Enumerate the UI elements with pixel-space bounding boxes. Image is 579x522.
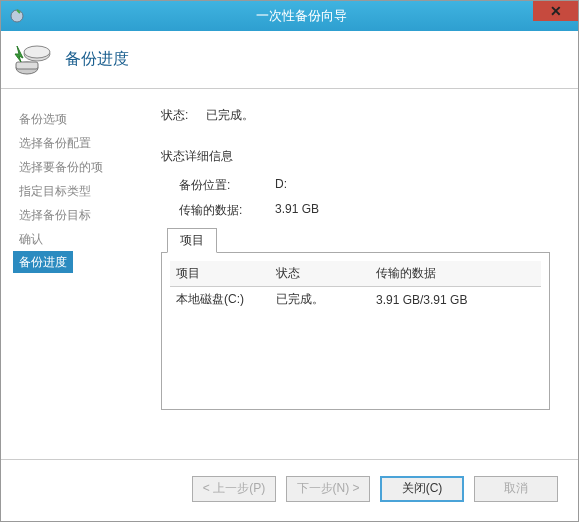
data-label: 传输的数据: [179, 202, 257, 219]
col-status: 状态 [270, 261, 370, 287]
sidebar-step-config: 选择备份配置 [19, 131, 151, 155]
sidebar-step-dest: 选择备份目标 [19, 203, 151, 227]
tab-items[interactable]: 项目 [167, 228, 217, 253]
window-close-button[interactable]: ✕ [533, 1, 578, 21]
sidebar-step-desttype: 指定目标类型 [19, 179, 151, 203]
title-bar: 一次性备份向导 ✕ [1, 1, 578, 31]
cell-data: 3.91 GB/3.91 GB [370, 287, 541, 313]
location-value: D: [275, 177, 287, 194]
table-row: 本地磁盘(C:) 已完成。 3.91 GB/3.91 GB [170, 287, 541, 313]
svg-rect-4 [16, 62, 38, 69]
page-title: 备份进度 [65, 49, 129, 70]
window-title: 一次性备份向导 [25, 7, 578, 25]
content-pane: 状态: 已完成。 状态详细信息 备份位置: D: 传输的数据: 3.91 GB … [151, 89, 578, 459]
status-value: 已完成。 [206, 107, 254, 124]
progress-table: 项目 状态 传输的数据 本地磁盘(C:) 已完成。 3.91 GB/3.91 G… [170, 261, 541, 312]
tab-strip: 项目 [161, 227, 550, 252]
cell-item: 本地磁盘(C:) [170, 287, 270, 313]
app-icon [9, 8, 25, 24]
wizard-footer: < 上一步(P) 下一步(N) > 关闭(C) 取消 [1, 459, 578, 517]
prev-button: < 上一步(P) [192, 476, 276, 502]
close-button[interactable]: 关闭(C) [380, 476, 464, 502]
status-label: 状态: [161, 107, 188, 124]
data-row: 传输的数据: 3.91 GB [161, 202, 550, 219]
sidebar-step-confirm: 确认 [19, 227, 151, 251]
sidebar: 备份选项 选择备份配置 选择要备份的项 指定目标类型 选择备份目标 确认 备份进… [1, 89, 151, 459]
col-data: 传输的数据 [370, 261, 541, 287]
location-row: 备份位置: D: [161, 177, 550, 194]
wizard-body: 备份选项 选择备份配置 选择要备份的项 指定目标类型 选择备份目标 确认 备份进… [1, 89, 578, 459]
sidebar-step-progress: 备份进度 [13, 251, 73, 273]
svg-point-2 [24, 46, 50, 58]
location-label: 备份位置: [179, 177, 257, 194]
cell-status: 已完成。 [270, 287, 370, 313]
cancel-button: 取消 [474, 476, 558, 502]
table-header-row: 项目 状态 传输的数据 [170, 261, 541, 287]
svg-point-0 [11, 10, 23, 22]
sidebar-step-options: 备份选项 [19, 107, 151, 131]
status-row: 状态: 已完成。 [161, 107, 550, 124]
progress-table-wrap: 项目 状态 传输的数据 本地磁盘(C:) 已完成。 3.91 GB/3.91 G… [161, 252, 550, 410]
detail-section-title: 状态详细信息 [161, 148, 550, 165]
wizard-header: 备份进度 [1, 31, 578, 89]
data-value: 3.91 GB [275, 202, 319, 219]
col-item: 项目 [170, 261, 270, 287]
next-button: 下一步(N) > [286, 476, 370, 502]
backup-icon [13, 40, 53, 80]
sidebar-step-items: 选择要备份的项 [19, 155, 151, 179]
